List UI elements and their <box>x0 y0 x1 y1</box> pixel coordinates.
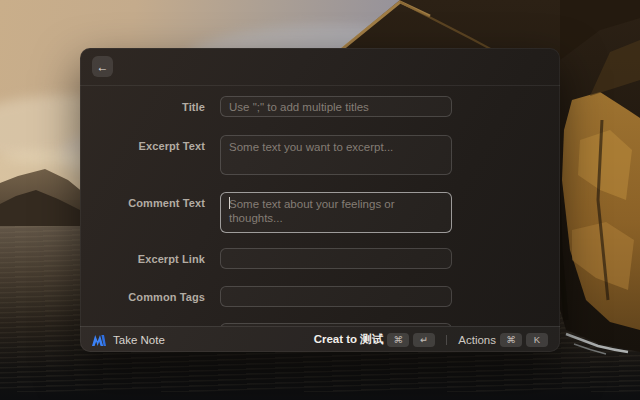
note-form: Title Excerpt Text Comment Text Excerpt … <box>80 86 560 326</box>
app-identity: Take Note <box>92 334 165 346</box>
form-row-comment-text: Comment Text <box>80 192 560 233</box>
take-note-window: ← Title Excerpt Text Comment Text Excerp… <box>80 48 560 352</box>
command-key-icon: ⌘ <box>500 333 522 347</box>
form-row-excerpt-text: Excerpt Text <box>80 135 560 175</box>
back-arrow-icon: ← <box>97 61 109 73</box>
text-caret <box>229 197 230 209</box>
actions-label: Actions <box>458 334 496 346</box>
common-tags-label: Common Tags <box>80 291 220 303</box>
footer-actions: Creat to 测试 ⌘ ↵ Actions ⌘ K <box>314 332 548 347</box>
form-row-excerpt-link: Excerpt Link <box>80 248 560 269</box>
title-input[interactable] <box>220 96 452 117</box>
form-row-title: Title <box>80 96 560 117</box>
window-header: ← <box>80 48 560 86</box>
common-tags-input[interactable] <box>220 286 452 307</box>
form-row-common-tags: Common Tags <box>80 286 560 307</box>
window-footer: Take Note Creat to 测试 ⌘ ↵ Actions ⌘ K <box>80 326 560 352</box>
back-button[interactable]: ← <box>92 56 113 77</box>
excerpt-link-input[interactable] <box>220 248 452 269</box>
partial-input[interactable] <box>220 323 452 326</box>
excerpt-text-label: Excerpt Text <box>80 135 220 175</box>
comment-text-textarea[interactable] <box>220 192 452 233</box>
footer-divider <box>446 335 447 345</box>
excerpt-text-textarea[interactable] <box>220 135 452 175</box>
return-key-icon: ↵ <box>413 333 435 347</box>
comment-text-label: Comment Text <box>80 192 220 233</box>
submit-label: Creat to 测试 <box>314 332 384 347</box>
actions-button[interactable]: Actions ⌘ K <box>458 333 548 347</box>
submit-button[interactable]: Creat to 测试 ⌘ ↵ <box>314 332 436 347</box>
k-key-icon: K <box>526 333 548 347</box>
app-name: Take Note <box>113 334 165 346</box>
excerpt-link-label: Excerpt Link <box>80 253 220 265</box>
command-key-icon: ⌘ <box>387 333 409 347</box>
take-note-logo-icon <box>92 334 106 346</box>
title-label: Title <box>80 101 220 113</box>
